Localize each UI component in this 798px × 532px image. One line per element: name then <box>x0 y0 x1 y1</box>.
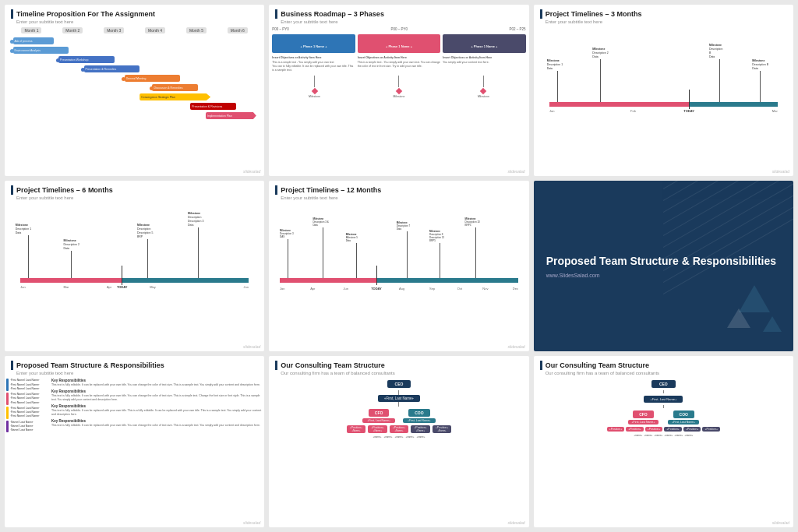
card-org-2: Our Consulting Team Structure Our consul… <box>534 356 793 527</box>
role-bar-4 <box>6 421 9 433</box>
org-cfo: CFO <box>369 409 390 417</box>
rn4-3: ·Name/ Last Name· <box>10 428 34 432</box>
role-names-2: ·First Name/ Last Name· ·First Name/ Las… <box>10 393 40 405</box>
tl3-ms-date-3b: Data <box>709 55 723 59</box>
milestone-row: Milestone Milestone Milestone <box>272 76 525 98</box>
resp-title-2: Key Responsibilities <box>51 389 263 393</box>
team-roles: ·First Name/ Last Name· ·First Name/ Las… <box>6 379 49 526</box>
card-team-resp: Proposed Team Structure & Responsibiliti… <box>5 356 264 527</box>
org-cfo-col: CFO +First, Last Name+ <box>362 409 395 423</box>
tl3-today-line <box>689 90 690 109</box>
card-8-title: Our Consulting Team Structure <box>275 361 522 370</box>
org2-ceo: CEO <box>651 380 676 388</box>
team-responsibilities: Key Responsibilities This text is fully … <box>51 379 263 526</box>
watermark-3: slidesalad <box>772 169 789 174</box>
org-pos-2-name: +Name+ <box>373 429 383 432</box>
tl3-ms-desc-3: Description <box>709 48 723 51</box>
card-7-content: ·First Name/ Last Name· ·First Name/ Las… <box>5 377 264 527</box>
tl-row-4: Presentation & Remedies <box>84 65 140 72</box>
tl12-s2 <box>323 227 323 278</box>
card-8-content: CEO +First, Last Name+ CFO +First, Last … <box>269 377 528 527</box>
resp-text-3: This text is fully editable. It can be r… <box>51 409 263 417</box>
org-pos-4: +Position++Name+ <box>411 425 430 433</box>
month-3: Month 3 <box>104 27 124 33</box>
tl6-ms-dt1: Data <box>16 231 31 235</box>
card-3-header: Project Timelines – 3 Months Enter your … <box>534 5 793 26</box>
card-9-content: CEO +First, Last Name+ CFO +First, Last … <box>534 377 793 527</box>
org2-n3: +name+ <box>654 434 662 437</box>
org2-ceo-name: +First, Last Name+ <box>644 396 683 403</box>
tl12-nov: Nov <box>482 287 488 291</box>
tl6-m3: Apr <box>107 285 111 289</box>
tri-deco-2 <box>727 308 750 328</box>
dl6 <box>663 181 793 248</box>
tl12-jun: Jun <box>343 287 348 291</box>
title-bar-9 <box>540 361 542 370</box>
dark-card-content: Proposed Team Structure & Responsibiliti… <box>534 181 793 352</box>
tl12-dt3: Data <box>346 240 358 243</box>
tl12-s5 <box>440 243 440 278</box>
month-labels: Month 1 Month 2 Month 3 Month 4 Month 5 … <box>8 27 261 33</box>
watermark-8: slidesalad <box>507 520 524 525</box>
timeline-3m-chart: TODAY Jan Feb Mar Milestone Description … <box>537 27 790 121</box>
tl3-ms-date-4: Data <box>752 67 768 71</box>
tl6-ms-dt2: Data <box>64 247 79 251</box>
org2-names: +name+ +name+ +name+ +name+ +name+ +name… <box>634 434 693 437</box>
tl3-ms-date-2: Data <box>592 55 608 59</box>
card-5-content: TODAY Jan Apr Jun Aug Sep Oct Nov Dec Mi… <box>269 202 528 352</box>
rn1-1: ·First Name/ Last Name· <box>10 379 40 382</box>
tl6-ms-dt3b: BRP <box>137 235 153 239</box>
card-2-title: Business Roadmap – 3 Phases <box>275 9 522 19</box>
org-coo-wrapper: +First, Last Name+ <box>378 390 420 407</box>
tl12-sep: Sep <box>429 287 435 291</box>
tl3-month-feb: Feb <box>630 109 636 113</box>
phase-label-2: P00 – PY0 <box>390 27 408 31</box>
milestone-diamond-1 <box>311 87 317 93</box>
tl-label-7: Convergence Strategic Plan <box>139 96 177 99</box>
milestone-stem-1 <box>314 76 315 87</box>
tl6-pink-bar <box>20 278 122 283</box>
tl3-box-1: Milestone Description 1 Data <box>547 59 563 71</box>
resp-3: Key Responsibilities This text is fully … <box>51 404 263 417</box>
tl12-today-lbl: TODAY <box>371 287 382 291</box>
card-7-subtitle: Enter your subtitle text here <box>16 371 258 375</box>
card-timeline-6m: Project Timelines – 6 Months Enter your … <box>5 181 264 352</box>
role-names-3: ·First Name/ Last Name· ·First Name/ Las… <box>10 407 40 419</box>
card-5-subtitle: Enter your subtitle text here <box>281 196 522 200</box>
tl-row-5: General Meeting <box>125 75 181 82</box>
roadmap-visual: P00 – PY0 P00 – PY0 P02 – P25 + Phase 1 … <box>272 27 525 121</box>
tl6-today-line <box>122 266 122 285</box>
watermark-9: slidesalad <box>772 520 789 525</box>
cb-title-3: Insert Objectives or Activity Item Here <box>443 56 525 60</box>
tl3-box-3: Milestone Description B Data <box>709 44 723 59</box>
card-timeline-proposition: Timeline Proposition For The Assignment … <box>5 5 264 176</box>
timeline-12m-chart: TODAY Jan Apr Jun Aug Sep Oct Nov Dec Mi… <box>272 203 525 297</box>
card-9-header: Our Consulting Team Structure Our consul… <box>534 356 793 377</box>
title-bar-3 <box>540 9 542 19</box>
cb-text-3: You simply add your content text here. <box>443 61 525 65</box>
org2-cfo-box: CFO <box>633 410 654 418</box>
tl6-ms-dt4b: Data <box>188 224 203 227</box>
card-9-subtitle: Our consulting firm has a team of balanc… <box>546 371 787 375</box>
tl12-dec: Dec <box>513 287 518 291</box>
card-5-header: Project Timelines – 12 Months Enter your… <box>269 181 528 202</box>
org-pos-1: +Position++Name+ <box>347 425 366 433</box>
org-name-3: +name+ <box>394 435 403 439</box>
org2-p6: +Position+ <box>702 427 720 432</box>
role-row-2: ·First Name/ Last Name· ·First Name/ Las… <box>6 393 49 405</box>
resp-title-1: Key Responsibilities <box>51 379 263 382</box>
tl12-dt6: BRP5 <box>465 224 480 227</box>
org2-n5: +name+ <box>674 434 683 437</box>
phase-box-3: + Phase 1 Name + <box>443 34 525 53</box>
card-1-title: Timeline Proposition For The Assignment <box>11 9 258 19</box>
milestone-stem-3 <box>483 76 484 87</box>
tl3-stem-3 <box>719 59 720 102</box>
org2-line2 <box>663 405 664 408</box>
month-2: Month 2 <box>62 27 83 33</box>
phase-box-label-2: + Phase 1 Name + <box>386 44 412 48</box>
month-1: Month 1 <box>21 27 41 33</box>
dl7 <box>663 181 793 259</box>
tl6-m2: Mar <box>64 285 69 289</box>
tl6-stem-3 <box>147 239 148 278</box>
phase-box-label-1: + Phase 1 Name + <box>301 44 327 48</box>
